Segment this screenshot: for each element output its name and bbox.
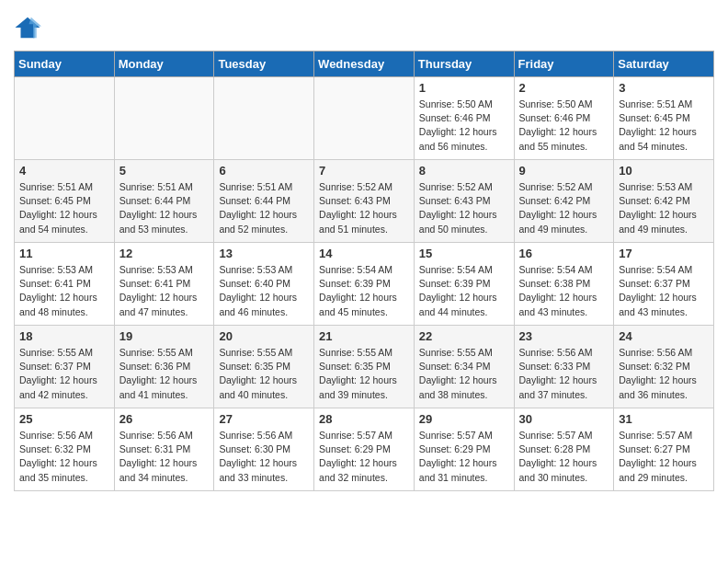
calendar-cell: 4Sunrise: 5:51 AM Sunset: 6:45 PM Daylig… — [15, 160, 115, 243]
logo-icon — [14, 14, 41, 41]
day-info: Sunrise: 5:57 AM Sunset: 6:28 PM Dayligh… — [519, 429, 609, 485]
day-number: 4 — [19, 164, 109, 178]
day-number: 2 — [519, 81, 609, 95]
day-number: 21 — [319, 329, 409, 343]
day-number: 27 — [219, 412, 309, 426]
calendar-cell: 16Sunrise: 5:54 AM Sunset: 6:38 PM Dayli… — [514, 243, 614, 326]
day-number: 13 — [219, 247, 309, 260]
calendar-cell: 23Sunrise: 5:56 AM Sunset: 6:33 PM Dayli… — [514, 326, 614, 408]
day-info: Sunrise: 5:54 AM Sunset: 6:37 PM Dayligh… — [619, 263, 709, 319]
day-number: 5 — [119, 164, 210, 178]
calendar-cell: 3Sunrise: 5:51 AM Sunset: 6:45 PM Daylig… — [614, 77, 714, 160]
calendar-cell — [314, 77, 415, 160]
day-number: 16 — [519, 247, 609, 260]
day-number: 22 — [419, 329, 509, 343]
day-info: Sunrise: 5:51 AM Sunset: 6:45 PM Dayligh… — [619, 98, 709, 154]
day-info: Sunrise: 5:56 AM Sunset: 6:33 PM Dayligh… — [519, 346, 609, 402]
day-info: Sunrise: 5:55 AM Sunset: 6:34 PM Dayligh… — [419, 346, 509, 402]
day-info: Sunrise: 5:52 AM Sunset: 6:43 PM Dayligh… — [319, 180, 409, 236]
day-info: Sunrise: 5:56 AM Sunset: 6:30 PM Dayligh… — [219, 429, 309, 485]
calendar-cell: 25Sunrise: 5:56 AM Sunset: 6:32 PM Dayli… — [15, 408, 115, 491]
day-number: 30 — [519, 412, 609, 426]
day-number: 8 — [419, 164, 509, 178]
column-header-sunday: Sunday — [15, 52, 115, 77]
day-number: 3 — [619, 81, 709, 95]
calendar-cell: 21Sunrise: 5:55 AM Sunset: 6:35 PM Dayli… — [314, 326, 415, 408]
day-number: 20 — [219, 329, 309, 343]
column-header-friday: Friday — [514, 52, 614, 77]
calendar-cell: 13Sunrise: 5:53 AM Sunset: 6:40 PM Dayli… — [214, 243, 314, 326]
day-number: 24 — [619, 329, 709, 343]
day-number: 23 — [519, 329, 609, 343]
day-number: 19 — [119, 329, 210, 343]
page-header — [14, 14, 714, 41]
calendar-week-row: 18Sunrise: 5:55 AM Sunset: 6:37 PM Dayli… — [15, 326, 714, 408]
day-info: Sunrise: 5:51 AM Sunset: 6:44 PM Dayligh… — [119, 180, 210, 236]
calendar-cell: 10Sunrise: 5:53 AM Sunset: 6:42 PM Dayli… — [614, 160, 714, 243]
day-info: Sunrise: 5:50 AM Sunset: 6:46 PM Dayligh… — [519, 98, 609, 154]
calendar-cell: 2Sunrise: 5:50 AM Sunset: 6:46 PM Daylig… — [514, 77, 614, 160]
column-header-thursday: Thursday — [414, 52, 514, 77]
calendar-table: SundayMondayTuesdayWednesdayThursdayFrid… — [14, 51, 714, 491]
day-number: 15 — [419, 247, 509, 260]
day-info: Sunrise: 5:51 AM Sunset: 6:44 PM Dayligh… — [219, 180, 309, 236]
day-info: Sunrise: 5:53 AM Sunset: 6:41 PM Dayligh… — [119, 263, 210, 319]
calendar-cell: 17Sunrise: 5:54 AM Sunset: 6:37 PM Dayli… — [614, 243, 714, 326]
day-info: Sunrise: 5:52 AM Sunset: 6:43 PM Dayligh… — [419, 180, 509, 236]
calendar-cell: 18Sunrise: 5:55 AM Sunset: 6:37 PM Dayli… — [15, 326, 115, 408]
calendar-cell: 19Sunrise: 5:55 AM Sunset: 6:36 PM Dayli… — [114, 326, 214, 408]
calendar-cell: 12Sunrise: 5:53 AM Sunset: 6:41 PM Dayli… — [114, 243, 214, 326]
day-info: Sunrise: 5:54 AM Sunset: 6:39 PM Dayligh… — [419, 263, 509, 319]
calendar-week-row: 1Sunrise: 5:50 AM Sunset: 6:46 PM Daylig… — [15, 77, 714, 160]
day-number: 12 — [119, 247, 210, 260]
calendar-cell: 27Sunrise: 5:56 AM Sunset: 6:30 PM Dayli… — [214, 408, 314, 491]
calendar-cell: 22Sunrise: 5:55 AM Sunset: 6:34 PM Dayli… — [414, 326, 514, 408]
day-number: 29 — [419, 412, 509, 426]
calendar-cell: 15Sunrise: 5:54 AM Sunset: 6:39 PM Dayli… — [414, 243, 514, 326]
day-info: Sunrise: 5:55 AM Sunset: 6:37 PM Dayligh… — [19, 346, 109, 402]
day-number: 26 — [119, 412, 210, 426]
calendar-cell: 29Sunrise: 5:57 AM Sunset: 6:29 PM Dayli… — [414, 408, 514, 491]
column-header-saturday: Saturday — [614, 52, 714, 77]
calendar-cell — [214, 77, 314, 160]
calendar-cell: 9Sunrise: 5:52 AM Sunset: 6:42 PM Daylig… — [514, 160, 614, 243]
logo — [14, 14, 45, 41]
calendar-cell: 14Sunrise: 5:54 AM Sunset: 6:39 PM Dayli… — [314, 243, 415, 326]
day-info: Sunrise: 5:54 AM Sunset: 6:38 PM Dayligh… — [519, 263, 609, 319]
calendar-cell: 31Sunrise: 5:57 AM Sunset: 6:27 PM Dayli… — [614, 408, 714, 491]
day-number: 18 — [19, 329, 109, 343]
calendar-header-row: SundayMondayTuesdayWednesdayThursdayFrid… — [15, 52, 714, 77]
calendar-cell: 7Sunrise: 5:52 AM Sunset: 6:43 PM Daylig… — [314, 160, 415, 243]
calendar-cell: 11Sunrise: 5:53 AM Sunset: 6:41 PM Dayli… — [15, 243, 115, 326]
day-info: Sunrise: 5:56 AM Sunset: 6:32 PM Dayligh… — [619, 346, 709, 402]
day-info: Sunrise: 5:57 AM Sunset: 6:29 PM Dayligh… — [419, 429, 509, 485]
calendar-cell: 26Sunrise: 5:56 AM Sunset: 6:31 PM Dayli… — [114, 408, 214, 491]
calendar-cell — [114, 77, 214, 160]
calendar-week-row: 11Sunrise: 5:53 AM Sunset: 6:41 PM Dayli… — [15, 243, 714, 326]
calendar-cell: 5Sunrise: 5:51 AM Sunset: 6:44 PM Daylig… — [114, 160, 214, 243]
day-info: Sunrise: 5:51 AM Sunset: 6:45 PM Dayligh… — [19, 180, 109, 236]
day-number: 25 — [19, 412, 109, 426]
day-number: 14 — [319, 247, 409, 260]
column-header-tuesday: Tuesday — [214, 52, 314, 77]
day-info: Sunrise: 5:56 AM Sunset: 6:32 PM Dayligh… — [19, 429, 109, 485]
calendar-cell: 20Sunrise: 5:55 AM Sunset: 6:35 PM Dayli… — [214, 326, 314, 408]
day-number: 9 — [519, 164, 609, 178]
day-info: Sunrise: 5:53 AM Sunset: 6:42 PM Dayligh… — [619, 180, 709, 236]
day-number: 28 — [319, 412, 409, 426]
day-info: Sunrise: 5:53 AM Sunset: 6:41 PM Dayligh… — [19, 263, 109, 319]
day-info: Sunrise: 5:52 AM Sunset: 6:42 PM Dayligh… — [519, 180, 609, 236]
day-info: Sunrise: 5:55 AM Sunset: 6:35 PM Dayligh… — [319, 346, 409, 402]
calendar-week-row: 4Sunrise: 5:51 AM Sunset: 6:45 PM Daylig… — [15, 160, 714, 243]
day-number: 11 — [19, 247, 109, 260]
day-number: 10 — [619, 164, 709, 178]
column-header-wednesday: Wednesday — [314, 52, 415, 77]
calendar-cell: 6Sunrise: 5:51 AM Sunset: 6:44 PM Daylig… — [214, 160, 314, 243]
day-number: 31 — [619, 412, 709, 426]
calendar-cell: 24Sunrise: 5:56 AM Sunset: 6:32 PM Dayli… — [614, 326, 714, 408]
day-info: Sunrise: 5:56 AM Sunset: 6:31 PM Dayligh… — [119, 429, 210, 485]
day-info: Sunrise: 5:53 AM Sunset: 6:40 PM Dayligh… — [219, 263, 309, 319]
day-info: Sunrise: 5:54 AM Sunset: 6:39 PM Dayligh… — [319, 263, 409, 319]
calendar-cell — [15, 77, 115, 160]
day-info: Sunrise: 5:55 AM Sunset: 6:36 PM Dayligh… — [119, 346, 210, 402]
